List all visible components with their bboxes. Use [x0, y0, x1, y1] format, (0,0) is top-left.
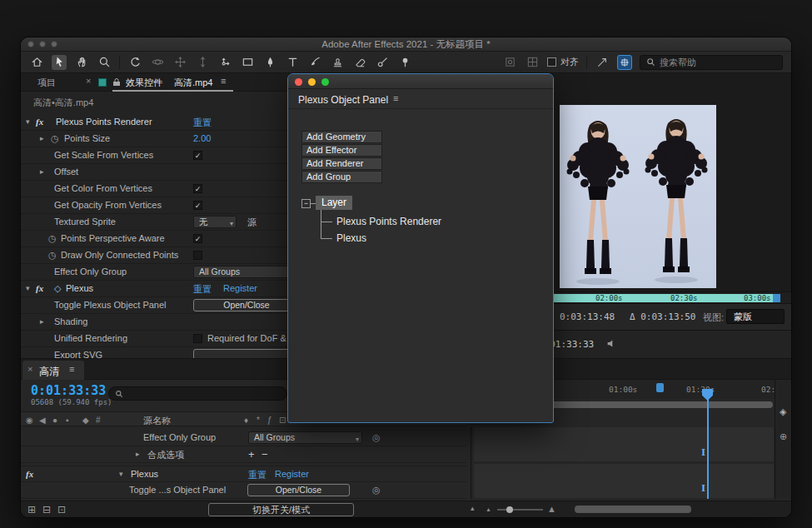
pickwhip-icon[interactable]: ◎: [372, 485, 381, 496]
effects-column-icon[interactable]: ƒ: [267, 416, 272, 425]
close-window-button[interactable]: [295, 78, 302, 86]
disclosure-icon[interactable]: ▾: [119, 470, 123, 478]
disclosure-icon[interactable]: ▸: [136, 450, 140, 458]
expand-layer-switches-icon[interactable]: ⊞: [27, 504, 36, 516]
tab-effect-controls[interactable]: 效果控件: [126, 77, 162, 89]
align-checkbox[interactable]: [547, 57, 556, 67]
checkbox-checked[interactable]: ✓: [193, 184, 202, 193]
reset-link[interactable]: 重置: [248, 469, 267, 481]
zoom-in-mountain-icon[interactable]: ▲: [547, 504, 556, 514]
lock-column-icon[interactable]: ▪: [66, 416, 69, 425]
disclosure-icon[interactable]: ▾: [26, 117, 30, 126]
snap-3d-icon[interactable]: [617, 55, 632, 70]
stopwatch-icon[interactable]: ◷: [48, 233, 57, 244]
rectangle-tool-button[interactable]: [240, 55, 255, 70]
label-column-icon[interactable]: ◆: [82, 416, 89, 425]
disclosure-icon[interactable]: ▾: [26, 284, 30, 292]
layer-bar[interactable]: [474, 464, 774, 498]
graph-editor-icon[interactable]: ⊕: [780, 431, 787, 442]
fx-icon[interactable]: fx: [36, 283, 43, 293]
tab-project[interactable]: 项目: [37, 77, 56, 89]
checkbox-checked[interactable]: ✓: [193, 234, 202, 243]
eraser-tool-button[interactable]: [352, 55, 367, 70]
toggle-switches-modes-button[interactable]: 切换开关/模式: [208, 503, 354, 516]
checkbox-checked[interactable]: ✓: [193, 151, 202, 160]
puppet-pin-tool-button[interactable]: [397, 55, 412, 70]
zoom-window-button[interactable]: [321, 78, 329, 86]
switches-column-icon[interactable]: ♦: [244, 416, 248, 425]
zoom-slider-track[interactable]: [497, 509, 543, 511]
comp-marker[interactable]: [656, 383, 664, 392]
video-column-icon[interactable]: ◉: [26, 416, 33, 425]
tree-item-plexus[interactable]: Plexus: [336, 232, 366, 244]
stopwatch-icon[interactable]: ◷: [51, 133, 59, 144]
tab-effect-controls-file[interactable]: 高清.mp4: [174, 77, 212, 89]
orbit-camera-tool-button[interactable]: [150, 55, 165, 70]
stopwatch-icon[interactable]: ◷: [48, 250, 57, 261]
fx-icon[interactable]: fx: [36, 117, 43, 127]
rotate-tool-button[interactable]: [127, 55, 142, 70]
add-icon[interactable]: +: [248, 448, 255, 461]
zoom-slider-thumb[interactable]: [506, 506, 513, 513]
collapse-tree-icon[interactable]: −: [301, 199, 311, 208]
roto-brush-tool-button[interactable]: [375, 55, 390, 70]
disclosure-icon[interactable]: ▸: [40, 167, 44, 176]
tree-item-layer[interactable]: Layer: [316, 196, 352, 210]
dolly-camera-tool-button[interactable]: [195, 55, 210, 70]
text-tool-button[interactable]: [285, 55, 300, 70]
tree-item-renderer[interactable]: Plexus Points Renderer: [336, 216, 441, 227]
close-tab-icon[interactable]: ×: [27, 364, 32, 374]
grid-guides-icon[interactable]: [525, 55, 540, 70]
add-geometry-button[interactable]: Add Geometry: [301, 131, 382, 143]
pen-tool-button[interactable]: [262, 55, 277, 70]
brush-tool-button[interactable]: [307, 55, 322, 70]
panel-menu-icon[interactable]: ≡: [221, 76, 226, 86]
current-timecode[interactable]: 0:01:33:33: [31, 383, 106, 398]
audio-icon[interactable]: [606, 338, 617, 349]
register-link[interactable]: Register: [275, 469, 309, 479]
export-svg-button[interactable]: [193, 349, 300, 358]
disclosure-icon[interactable]: ▸: [40, 317, 44, 326]
remove-icon[interactable]: −: [262, 448, 268, 461]
selection-tool-button[interactable]: [52, 55, 67, 70]
timeline-search-box[interactable]: [108, 386, 287, 401]
expand-inout-icon[interactable]: ⊡: [57, 504, 66, 516]
composition-viewport[interactable]: [560, 105, 716, 288]
register-link[interactable]: Register: [223, 283, 257, 293]
open-close-button[interactable]: Open/Close: [247, 484, 350, 496]
property-row[interactable]: ▸ 合成选项 + −: [21, 446, 466, 463]
solo-column-icon[interactable]: ●: [52, 416, 57, 425]
panel-titlebar[interactable]: [288, 74, 553, 89]
current-time-indicator[interactable]: [707, 399, 709, 499]
horizontal-scrollbar[interactable]: [575, 506, 691, 513]
source-name-column[interactable]: 源名称: [143, 415, 171, 427]
checkbox-unchecked[interactable]: [193, 334, 202, 343]
layer-bar[interactable]: [474, 427, 774, 462]
add-group-button[interactable]: Add Group: [301, 171, 382, 183]
open-close-button[interactable]: Open/Close: [193, 299, 300, 311]
comp-marker-bin-icon[interactable]: ◈: [780, 406, 786, 417]
checkbox-unchecked[interactable]: [193, 251, 202, 260]
disclosure-icon[interactable]: ▸: [40, 134, 44, 142]
layer-color-swatch[interactable]: [98, 78, 107, 87]
zoom-tool-button[interactable]: [97, 55, 112, 70]
home-icon[interactable]: [29, 55, 44, 70]
close-panel-icon[interactable]: ×: [86, 76, 91, 86]
track-area[interactable]: I I: [471, 426, 775, 499]
reset-link[interactable]: 重置: [193, 283, 212, 296]
scroll-up-icon[interactable]: ▴: [471, 504, 475, 512]
view-dropdown[interactable]: 蒙版: [726, 309, 785, 324]
layer-select-dropdown[interactable]: 无▾: [193, 216, 237, 228]
pan-camera-tool-button[interactable]: [172, 55, 187, 70]
group-select-dropdown[interactable]: All Groups▾: [248, 431, 362, 444]
add-renderer-button[interactable]: Add Renderer: [301, 157, 382, 170]
help-search-input[interactable]: [660, 57, 776, 67]
zoom-out-mountain-icon[interactable]: ▲: [486, 506, 491, 512]
panel-menu-icon[interactable]: ≡: [69, 364, 74, 374]
lock-icon[interactable]: [112, 77, 121, 87]
property-value[interactable]: 2.00: [193, 133, 211, 143]
audio-column-icon[interactable]: ◀: [39, 416, 46, 425]
fx-icon[interactable]: fx: [26, 469, 33, 479]
comp-tab[interactable]: × 高清 ≡: [22, 361, 84, 380]
property-row[interactable]: Toggle ...s Object Panel Open/Close ◎: [21, 482, 466, 499]
